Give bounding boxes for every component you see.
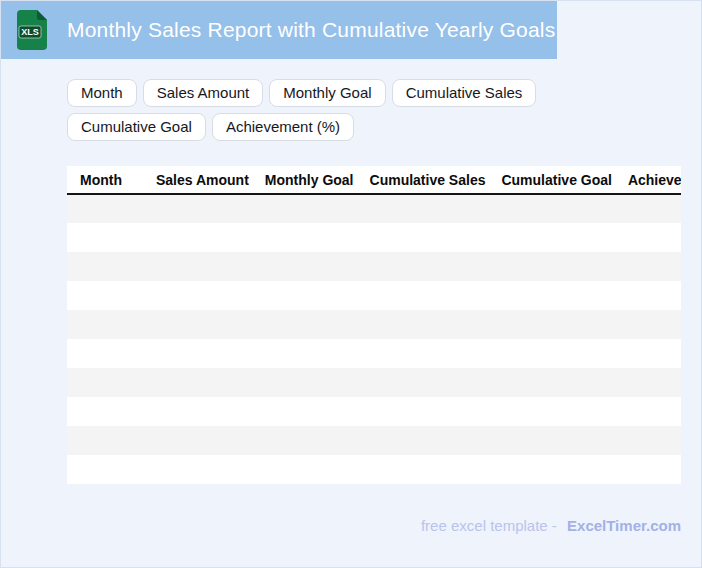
- tag-achievement[interactable]: Achievement (%): [212, 113, 354, 141]
- table-cell-empty: [501, 426, 627, 455]
- footer-text: free excel template -: [421, 517, 557, 534]
- table-cell-empty: [501, 397, 627, 426]
- table-cell-empty: [628, 339, 681, 368]
- table-cell-empty: [501, 223, 627, 252]
- table-cell-empty: [156, 194, 265, 223]
- table-cell-empty: [67, 426, 156, 455]
- table-cell-empty: [501, 368, 627, 397]
- table-row: [67, 194, 681, 223]
- table-cell-empty: [628, 223, 681, 252]
- table-cell-empty: [501, 455, 627, 484]
- table-cell-empty: [370, 426, 502, 455]
- page-title: Monthly Sales Report with Cumulative Yea…: [67, 18, 555, 42]
- table-cell-empty: [67, 339, 156, 368]
- column-header-sales-amount: Sales Amount: [156, 166, 265, 194]
- table-cell-empty: [628, 397, 681, 426]
- table-cell-empty: [265, 455, 370, 484]
- table-cell-empty: [628, 426, 681, 455]
- table-cell-empty: [370, 194, 502, 223]
- column-header-monthly-goal: Monthly Goal: [265, 166, 370, 194]
- table-row: [67, 252, 681, 281]
- table-cell-empty: [628, 368, 681, 397]
- table-cell-empty: [156, 310, 265, 339]
- table-row: [67, 368, 681, 397]
- table-cell-empty: [501, 310, 627, 339]
- table-cell-empty: [265, 252, 370, 281]
- brand-link[interactable]: ExcelTimer.com: [567, 517, 681, 534]
- table-cell-empty: [370, 397, 502, 426]
- xls-icon-label: XLS: [21, 27, 39, 37]
- table-cell-empty: [156, 281, 265, 310]
- page: XLS Monthly Sales Report with Cumulative…: [0, 0, 702, 568]
- table-cell-empty: [265, 194, 370, 223]
- column-header-achievement: Achievement (%): [628, 166, 681, 194]
- table-row: [67, 281, 681, 310]
- table-cell-empty: [501, 194, 627, 223]
- table-cell-empty: [156, 368, 265, 397]
- table-cell-empty: [501, 281, 627, 310]
- table-row: [67, 339, 681, 368]
- xls-file-icon: XLS: [17, 10, 47, 50]
- table-cell-empty: [156, 397, 265, 426]
- data-table: MonthSales AmountMonthly GoalCumulative …: [67, 166, 681, 484]
- table-cell-empty: [628, 252, 681, 281]
- table-cell-empty: [370, 223, 502, 252]
- table-cell-empty: [67, 194, 156, 223]
- tag-month[interactable]: Month: [67, 79, 137, 107]
- table-row: [67, 223, 681, 252]
- table-header-row: MonthSales AmountMonthly GoalCumulative …: [67, 166, 681, 194]
- table-row: [67, 426, 681, 455]
- table-cell-empty: [628, 194, 681, 223]
- table-card: MonthSales AmountMonthly GoalCumulative …: [67, 166, 681, 484]
- table-cell-empty: [67, 281, 156, 310]
- table-body: [67, 194, 681, 484]
- table-cell-empty: [156, 339, 265, 368]
- table-row: [67, 397, 681, 426]
- table-cell-empty: [156, 426, 265, 455]
- tag-cumulative-sales[interactable]: Cumulative Sales: [392, 79, 537, 107]
- tag-list: MonthSales AmountMonthly GoalCumulative …: [67, 79, 681, 141]
- table-cell-empty: [501, 252, 627, 281]
- table-cell-empty: [628, 281, 681, 310]
- table-cell-empty: [67, 310, 156, 339]
- table-cell-empty: [156, 223, 265, 252]
- table-cell-empty: [501, 339, 627, 368]
- table-cell-empty: [370, 368, 502, 397]
- table-cell-empty: [265, 339, 370, 368]
- table-cell-empty: [370, 455, 502, 484]
- table-cell-empty: [67, 455, 156, 484]
- column-header-cumulative-sales: Cumulative Sales: [370, 166, 502, 194]
- table-row: [67, 455, 681, 484]
- table-cell-empty: [370, 339, 502, 368]
- table-cell-empty: [370, 252, 502, 281]
- table-cell-empty: [265, 368, 370, 397]
- table-cell-empty: [370, 281, 502, 310]
- table-head: MonthSales AmountMonthly GoalCumulative …: [67, 166, 681, 194]
- table-cell-empty: [628, 455, 681, 484]
- title-bar: XLS Monthly Sales Report with Cumulative…: [1, 1, 557, 59]
- column-header-month: Month: [67, 166, 156, 194]
- table-cell-empty: [156, 455, 265, 484]
- table-cell-empty: [265, 310, 370, 339]
- table-cell-empty: [156, 252, 265, 281]
- table-row: [67, 310, 681, 339]
- table-cell-empty: [265, 426, 370, 455]
- column-header-cumulative-goal: Cumulative Goal: [501, 166, 627, 194]
- footer: free excel template - ExcelTimer.com: [67, 517, 681, 534]
- tag-cumulative-goal[interactable]: Cumulative Goal: [67, 113, 206, 141]
- table-cell-empty: [265, 223, 370, 252]
- table-cell-empty: [67, 397, 156, 426]
- table-cell-empty: [628, 310, 681, 339]
- tag-sales-amount[interactable]: Sales Amount: [143, 79, 264, 107]
- tag-monthly-goal[interactable]: Monthly Goal: [269, 79, 385, 107]
- table-cell-empty: [265, 281, 370, 310]
- table-cell-empty: [370, 310, 502, 339]
- table-cell-empty: [67, 223, 156, 252]
- table-cell-empty: [67, 252, 156, 281]
- table-cell-empty: [265, 397, 370, 426]
- table-cell-empty: [67, 368, 156, 397]
